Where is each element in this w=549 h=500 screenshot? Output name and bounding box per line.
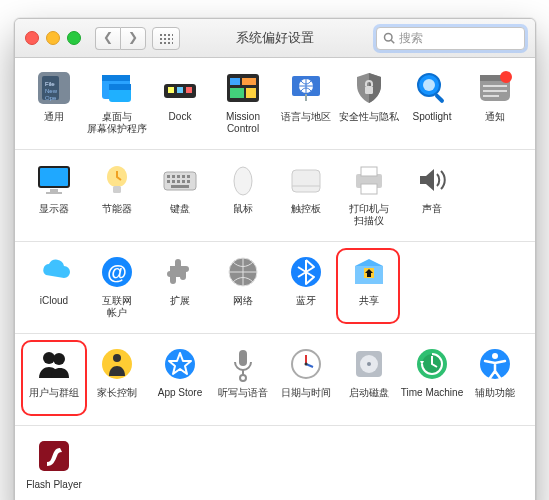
general-icon: FileNewOpe: [36, 70, 72, 106]
svg-rect-67: [239, 350, 247, 366]
pref-language-region[interactable]: 语言与地区: [275, 68, 338, 135]
pref-label: Mission Control: [212, 111, 275, 135]
pref-sound[interactable]: 声音: [401, 160, 464, 227]
clock-icon: [288, 346, 324, 382]
flash-icon: [36, 438, 72, 474]
pref-label: 打印机与 扫描仪: [338, 203, 401, 227]
pref-printers[interactable]: 打印机与 扫描仪: [338, 160, 401, 227]
pref-label: 声音: [401, 203, 464, 227]
pref-label: 扩展: [149, 295, 212, 319]
svg-point-50: [234, 167, 252, 195]
printers-icon: [351, 162, 387, 198]
svg-rect-45: [172, 180, 175, 183]
pref-startup-disk[interactable]: 启动磁盘: [338, 344, 401, 411]
pref-label: 鼠标: [212, 203, 275, 227]
pref-label: 用户与群组: [23, 387, 86, 411]
pref-spotlight[interactable]: Spotlight: [401, 68, 464, 135]
search-icon: [383, 32, 395, 44]
svg-rect-31: [483, 95, 499, 97]
section-thirdparty: Flash Player: [15, 426, 535, 500]
nav-buttons: ❮ ❯: [95, 27, 146, 50]
bluetooth-icon: [288, 254, 324, 290]
svg-rect-46: [177, 180, 180, 183]
pref-mouse[interactable]: 鼠标: [212, 160, 275, 227]
pref-label: 蓝牙: [275, 295, 338, 319]
svg-rect-14: [186, 87, 192, 93]
pref-label: 日期与时间: [275, 387, 338, 411]
svg-rect-23: [365, 86, 373, 94]
pref-label: 触控板: [275, 203, 338, 227]
forward-button[interactable]: ❯: [120, 27, 146, 50]
minimize-button[interactable]: [46, 31, 60, 45]
mission-control-icon: [225, 70, 261, 106]
pref-flash-player[interactable]: Flash Player: [23, 436, 86, 500]
pref-internet-accounts[interactable]: @ 互联网 帐户: [86, 252, 149, 319]
prefs-content: FileNewOpe 通用 桌面与 屏幕保护程序 Dock Mission Co…: [15, 58, 535, 500]
pref-desktop[interactable]: 桌面与 屏幕保护程序: [86, 68, 149, 135]
zoom-button[interactable]: [67, 31, 81, 45]
show-all-button[interactable]: [152, 27, 180, 50]
svg-point-69: [240, 375, 246, 381]
pref-notifications[interactable]: 通知: [464, 68, 527, 135]
section-internet: iCloud @ 互联网 帐户 扩展 网络 蓝牙: [15, 242, 535, 334]
pref-label: 语言与地区: [275, 111, 338, 135]
disk-icon: [351, 346, 387, 382]
back-button[interactable]: ❮: [95, 27, 120, 50]
pref-icloud[interactable]: iCloud: [23, 252, 86, 319]
keyboard-icon: [162, 162, 198, 198]
svg-rect-16: [230, 78, 240, 85]
pref-dictation-speech[interactable]: 听写与语音: [212, 344, 275, 411]
pref-label: 启动磁盘: [338, 387, 401, 411]
pref-energy[interactable]: 节能器: [86, 160, 149, 227]
svg-rect-8: [102, 75, 130, 81]
at-icon: @: [99, 254, 135, 290]
svg-rect-54: [361, 167, 377, 176]
svg-point-81: [492, 353, 498, 359]
pref-parental-controls[interactable]: 家长控制: [86, 344, 149, 411]
pref-trackpad[interactable]: 触控板: [275, 160, 338, 227]
pref-displays[interactable]: 显示器: [23, 160, 86, 227]
svg-rect-13: [177, 87, 183, 93]
mouse-icon: [225, 162, 261, 198]
icloud-icon: [36, 254, 72, 290]
pref-bluetooth[interactable]: 蓝牙: [275, 252, 338, 319]
extensions-icon: [162, 254, 198, 290]
pref-time-machine[interactable]: Time Machine: [401, 344, 464, 411]
section-hardware: 显示器 节能器 键盘 鼠标 触控板: [15, 150, 535, 242]
svg-rect-55: [361, 184, 377, 194]
svg-rect-10: [109, 84, 131, 90]
pref-label: 桌面与 屏幕保护程序: [86, 111, 149, 135]
svg-point-63: [53, 353, 65, 365]
pref-sharing[interactable]: 共享: [338, 252, 401, 319]
svg-rect-12: [168, 87, 174, 93]
pref-label: 通知: [464, 111, 527, 135]
svg-rect-19: [246, 88, 256, 98]
pref-mission-control[interactable]: Mission Control: [212, 68, 275, 135]
pref-general[interactable]: FileNewOpe 通用: [23, 68, 86, 135]
search-field[interactable]: 搜索: [376, 27, 525, 50]
pref-dock[interactable]: Dock: [149, 68, 212, 135]
pref-label: 互联网 帐户: [86, 295, 149, 319]
svg-rect-26: [434, 93, 445, 104]
close-button[interactable]: [25, 31, 39, 45]
svg-rect-43: [187, 175, 190, 178]
pref-users-groups[interactable]: 用户与群组: [23, 344, 86, 411]
svg-rect-36: [46, 192, 62, 194]
svg-text:Ope: Ope: [45, 95, 57, 101]
pref-keyboard[interactable]: 键盘: [149, 160, 212, 227]
pref-network[interactable]: 网络: [212, 252, 275, 319]
pref-accessibility[interactable]: 辅助功能: [464, 344, 527, 411]
spotlight-icon: [414, 70, 450, 106]
displays-icon: [36, 162, 72, 198]
pref-label: App Store: [149, 387, 212, 411]
pref-label: 通用: [23, 111, 86, 135]
pref-label: 网络: [212, 295, 275, 319]
pref-label: 共享: [338, 295, 401, 319]
pref-security-privacy[interactable]: 安全性与隐私: [338, 68, 401, 135]
pref-extensions[interactable]: 扩展: [149, 252, 212, 319]
pref-app-store[interactable]: App Store: [149, 344, 212, 411]
svg-rect-51: [292, 170, 320, 192]
pref-date-time[interactable]: 日期与时间: [275, 344, 338, 411]
pref-label: Flash Player: [23, 479, 86, 500]
svg-text:File: File: [45, 81, 55, 87]
